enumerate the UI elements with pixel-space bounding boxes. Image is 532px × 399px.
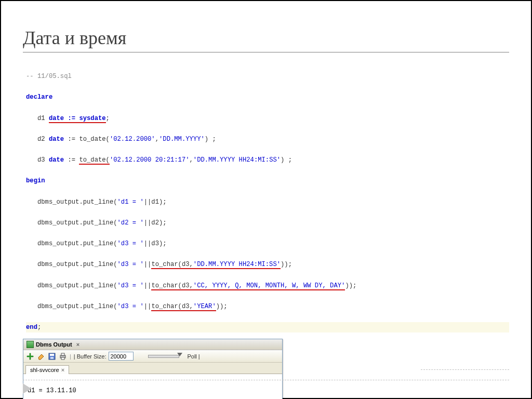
output-line: d1 = 13.11.10 — [28, 387, 278, 395]
code-string: 'd3 = ' — [117, 240, 144, 247]
connection-tab[interactable]: shl-svvcore × — [25, 365, 69, 374]
code-underline: to_char(d3, — [151, 282, 193, 290]
add-icon[interactable] — [26, 352, 34, 361]
code-type: date — [49, 156, 64, 164]
buffer-size-label: | Buffer Size: — [74, 353, 107, 360]
panel-title: Dbms Output — [36, 341, 72, 348]
code-text: d1 — [26, 115, 49, 122]
code-text: dbms_output.put_line( — [26, 219, 117, 227]
code-string: 'd1 = ' — [117, 198, 144, 206]
code-text: ||d1); — [144, 198, 167, 206]
code-keyword-end: end — [26, 324, 37, 331]
code-text: )); — [345, 282, 356, 289]
code-text: dbms_output.put_line( — [26, 261, 117, 268]
dbms-output-icon — [26, 341, 34, 348]
code-comment: -- 11/05.sql — [26, 73, 72, 80]
code-underline: to_char(d3, — [151, 261, 193, 269]
toolbar-separator: | — [70, 353, 71, 360]
code-string: 'd3 = ' — [117, 282, 144, 289]
code-text: := — [64, 156, 79, 164]
slide-title: Дата и время — [23, 27, 509, 49]
code-text: , — [155, 136, 159, 143]
close-icon[interactable]: × — [76, 341, 79, 348]
tab-close-icon[interactable]: × — [61, 367, 64, 373]
panel-tabs: shl-svvcore × — [23, 363, 282, 374]
code-text: ) ; — [205, 136, 216, 143]
next-slide-icon[interactable] — [23, 383, 31, 394]
print-icon[interactable] — [59, 352, 67, 361]
svg-rect-2 — [50, 357, 54, 359]
code-text: dbms_output.put_line( — [26, 282, 117, 289]
code-text: )); — [216, 303, 228, 310]
code-string: 'DD.MM.YYYY HH24:MI:SS' — [193, 261, 281, 269]
code-text: dbms_output.put_line( — [26, 303, 117, 310]
code-string: '02.12.2000' — [110, 136, 155, 143]
code-type: date — [49, 136, 64, 143]
code-string: 'DD.MM.YYYY HH24:MI:SS' — [193, 156, 281, 164]
code-text: ; — [37, 324, 41, 331]
code-underline: date := sysdate — [49, 115, 106, 123]
panel-titlebar[interactable]: Dbms Output × — [23, 339, 282, 350]
save-icon[interactable] — [48, 352, 56, 361]
code-string: 'YEAR' — [193, 303, 216, 311]
code-text: )); — [281, 261, 292, 268]
code-text: := to_date( — [64, 136, 110, 143]
poll-slider[interactable] — [148, 355, 179, 358]
code-text: ||d3); — [144, 240, 167, 247]
code-text: dbms_output.put_line( — [26, 198, 117, 206]
svg-rect-5 — [61, 357, 64, 360]
code-text: d3 — [26, 156, 49, 164]
code-string: 'd2 = ' — [117, 219, 144, 227]
code-text: d2 — [26, 136, 49, 143]
code-string: 'CC, YYYY, Q, MON, MONTH, W, WW DY, DAY' — [193, 282, 345, 290]
footer-dash-right — [421, 369, 509, 370]
footer-dash — [23, 380, 509, 380]
panel-toolbar: | | Buffer Size: Poll | — [23, 350, 282, 363]
code-text: ; — [106, 115, 110, 122]
svg-rect-4 — [61, 353, 64, 355]
buffer-size-input[interactable] — [109, 352, 134, 361]
code-string: 'd3 = ' — [117, 303, 144, 310]
poll-label: Poll | — [187, 353, 200, 360]
output-body[interactable]: d1 = 13.11.10 d2 = 02.12.00 d3 = 02.12.0… — [23, 374, 282, 399]
code-string: 'DD.MM.YYYY' — [159, 136, 205, 143]
clear-icon[interactable] — [37, 352, 45, 361]
code-text: , — [190, 156, 193, 164]
code-underline: to_char(d3, — [151, 303, 193, 311]
code-text: ||d2); — [144, 219, 167, 227]
code-text: ) ; — [281, 156, 292, 164]
svg-rect-1 — [50, 354, 54, 356]
code-keyword-begin: begin — [26, 177, 45, 184]
code-text: || — [144, 303, 152, 310]
code-string: 'd3 = ' — [117, 261, 144, 268]
code-string: '02.12.2000 20:21:17' — [110, 156, 190, 164]
code-text: || — [144, 261, 152, 268]
dbms-output-panel: Dbms Output × | | Buffer Size: Poll | — [23, 339, 283, 399]
code-keyword-declare: declare — [26, 94, 52, 101]
code-text: || — [144, 282, 152, 289]
tab-label: shl-svvcore — [30, 367, 59, 373]
code-underline: to_date( — [79, 156, 110, 165]
sql-code-block: -- 11/05.sql declare d1 date := sysdate;… — [23, 60, 509, 334]
title-divider — [23, 52, 509, 52]
code-text: dbms_output.put_line( — [26, 240, 117, 247]
